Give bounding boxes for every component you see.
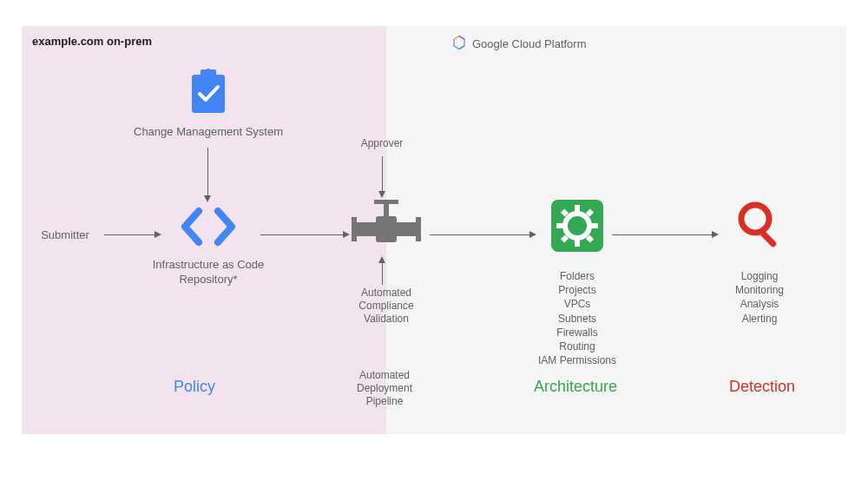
svg-rect-13	[575, 240, 580, 247]
iac-label: Infrastructure as Code Repository*	[148, 258, 269, 287]
arch-item-iam: IAM Permissions	[538, 353, 616, 367]
svg-point-21	[741, 205, 769, 233]
onprem-header: example.com on-prem	[32, 35, 152, 48]
arrow-compliance-valve	[382, 263, 383, 285]
det-item-analysis: Analysis	[740, 297, 779, 311]
det-item-logging: Logging	[741, 269, 779, 283]
policy-section-title: Policy	[174, 378, 215, 396]
detection-section-title: Detection	[729, 378, 795, 396]
svg-rect-22	[760, 230, 778, 248]
svg-rect-14	[556, 223, 563, 228]
diagram-canvas: example.com on-prem Google Cloud Platfor…	[22, 26, 846, 434]
gcp-header: Google Cloud Platform	[451, 35, 587, 53]
gcp-icon	[451, 35, 467, 53]
pipeline-valve-node	[352, 198, 421, 259]
submitter-label: Submitter	[41, 228, 89, 243]
approver-label: Approver	[361, 137, 404, 150]
magnifier-icon	[734, 198, 785, 252]
detection-magnifier-node	[725, 198, 794, 252]
arrow-head-icon	[712, 231, 719, 238]
pipeline-label: Automated Deployment Pipeline	[337, 369, 432, 408]
iac-repository-node: Infrastructure as Code Repository*	[161, 204, 256, 287]
svg-rect-15	[591, 223, 598, 228]
arch-item-routing: Routing	[559, 340, 595, 353]
svg-rect-9	[416, 217, 421, 241]
arrow-head-icon	[529, 231, 536, 238]
svg-point-20	[572, 221, 582, 231]
change-management-node: Change Management System	[169, 68, 247, 140]
svg-rect-8	[397, 222, 418, 236]
compliance-node: Automated Compliance Validation	[347, 287, 425, 326]
arrow-approver-valve	[382, 156, 383, 191]
arch-item-folders: Folders	[560, 269, 595, 283]
svg-rect-0	[192, 75, 225, 113]
arrow-gear-magnifier	[612, 234, 712, 235]
svg-point-2	[206, 69, 211, 74]
arch-item-subnets: Subnets	[558, 312, 596, 326]
svg-rect-7	[352, 217, 357, 241]
svg-rect-5	[376, 216, 397, 242]
svg-rect-4	[384, 204, 389, 216]
detection-items: Logging Monitoring Analysis Alerting	[712, 269, 807, 326]
submitter-node: Submitter	[30, 228, 100, 243]
compliance-label: Automated Compliance Validation	[347, 287, 425, 326]
arch-item-vpcs: VPCs	[564, 297, 591, 311]
architecture-gear-node	[542, 200, 612, 255]
arch-item-firewalls: Firewalls	[556, 326, 597, 340]
svg-rect-3	[374, 200, 398, 204]
svg-rect-6	[355, 222, 376, 236]
arrow-head-icon	[204, 195, 211, 202]
arrow-head-icon	[378, 191, 385, 198]
cms-label: Change Management System	[130, 125, 286, 140]
arrow-head-icon	[155, 231, 161, 238]
arrow-submitter-iac	[104, 234, 155, 235]
architecture-items: Folders Projects VPCs Subnets Firewalls …	[508, 269, 647, 367]
arrow-head-icon	[343, 231, 350, 238]
architecture-section-title: Architecture	[534, 378, 617, 396]
gear-icon	[551, 200, 603, 255]
svg-rect-12	[575, 205, 580, 212]
valve-icon	[352, 198, 421, 259]
approver-node: Approver	[347, 137, 417, 150]
arrow-cms-iac	[207, 148, 208, 195]
gcp-label: Google Cloud Platform	[472, 37, 587, 50]
det-item-monitoring: Monitoring	[735, 283, 784, 297]
arrow-head-icon	[378, 256, 385, 263]
arrow-iac-valve	[260, 234, 343, 235]
det-item-alerting: Alerting	[742, 312, 778, 326]
clipboard-check-icon	[187, 68, 230, 120]
code-brackets-icon	[178, 204, 239, 253]
arrow-valve-gear	[430, 234, 529, 235]
arch-item-projects: Projects	[558, 283, 595, 297]
